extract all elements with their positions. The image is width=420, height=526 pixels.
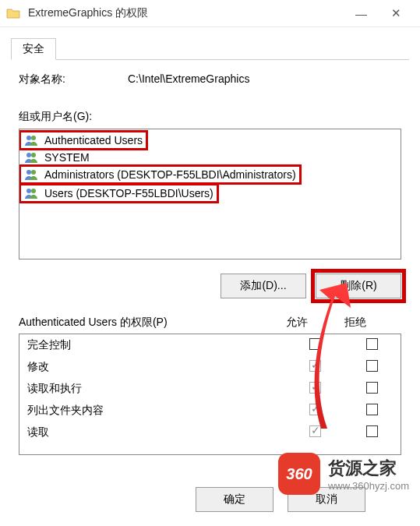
permission-label: 修改 <box>27 360 284 374</box>
svg-point-6 <box>26 189 31 193</box>
permission-row: 列出文件夹内容 <box>19 400 401 422</box>
tab-security[interactable]: 安全 <box>11 38 56 60</box>
ok-button[interactable]: 确定 <box>196 487 274 512</box>
deny-checkbox[interactable] <box>366 404 378 415</box>
svg-point-7 <box>31 189 36 193</box>
deny-checkbox[interactable] <box>366 360 378 372</box>
svg-point-4 <box>26 170 31 175</box>
permission-label: 列出文件夹内容 <box>27 404 284 418</box>
allow-checkbox[interactable] <box>309 382 321 394</box>
dialog-content: 安全 对象名称: C:\Intel\ExtremeGraphics 组或用户名(… <box>0 27 420 455</box>
watermark-title: 货源之家 <box>328 457 409 480</box>
list-item-label: SYSTEM <box>44 151 90 164</box>
group-users-label: 组或用户名(G): <box>19 110 401 124</box>
add-remove-row: 添加(D)... 删除(R) <box>19 274 401 298</box>
users-icon <box>24 187 40 199</box>
users-listbox[interactable]: Authenticated Users SYSTEM Administrator… <box>19 129 401 259</box>
permissions-header: Authenticated Users 的权限(P) 允许 拒绝 <box>19 316 401 330</box>
users-icon <box>24 151 40 164</box>
permission-row: 完全控制 <box>19 334 401 356</box>
permission-row: 读取 <box>19 422 401 443</box>
permission-row: 修改 <box>19 356 401 378</box>
list-item[interactable]: SYSTEM <box>21 150 399 165</box>
deny-checkbox[interactable] <box>366 382 378 394</box>
permission-label: 完全控制 <box>27 338 284 352</box>
permissions-listbox[interactable]: 完全控制 修改 读取和执行 列出文件夹内容 读取 <box>19 334 401 455</box>
allow-column-header: 允许 <box>266 316 328 330</box>
allow-checkbox[interactable] <box>309 404 321 415</box>
allow-checkbox[interactable] <box>309 338 321 350</box>
allow-checkbox[interactable] <box>309 360 321 372</box>
folder-icon <box>6 8 20 19</box>
svg-point-1 <box>31 136 36 140</box>
remove-button[interactable]: 删除(R) <box>316 274 401 298</box>
title-bar: ExtremeGraphics 的权限 — ✕ <box>0 0 420 27</box>
permission-label: 读取和执行 <box>27 382 284 396</box>
svg-point-0 <box>26 136 31 140</box>
deny-checkbox[interactable] <box>366 338 378 350</box>
deny-checkbox[interactable] <box>366 425 378 437</box>
svg-point-3 <box>31 153 36 157</box>
permission-row: 读取和执行 <box>19 378 401 400</box>
object-name-row: 对象名称: C:\Intel\ExtremeGraphics <box>19 72 401 86</box>
list-item-label: Authenticated Users <box>44 134 143 147</box>
watermark: 360 货源之家 www.360hyzj.com <box>278 453 409 495</box>
watermark-url: www.360hyzj.com <box>328 480 409 492</box>
allow-checkbox[interactable] <box>309 425 321 437</box>
list-item[interactable]: Users (DESKTOP-F55LBDI\Users) <box>21 185 217 201</box>
permission-label: 读取 <box>27 425 284 440</box>
list-item[interactable]: Administrators (DESKTOP-F55LBDI\Administ… <box>21 167 299 182</box>
list-item-label: Administrators (DESKTOP-F55LBDI\Administ… <box>44 168 296 181</box>
object-name-label: 对象名称: <box>19 72 128 86</box>
svg-point-5 <box>31 170 36 175</box>
svg-point-2 <box>26 153 31 157</box>
object-name-value: C:\Intel\ExtremeGraphics <box>128 72 249 86</box>
window-title: ExtremeGraphics 的权限 <box>28 6 344 20</box>
close-button[interactable]: ✕ <box>379 2 414 25</box>
add-button[interactable]: 添加(D)... <box>221 274 306 298</box>
deny-column-header: 拒绝 <box>328 316 383 330</box>
users-icon <box>24 168 40 181</box>
permissions-title: Authenticated Users 的权限(P) <box>19 316 266 330</box>
users-icon <box>24 134 40 147</box>
tab-strip: 安全 <box>11 38 409 60</box>
list-item[interactable]: Authenticated Users <box>21 132 146 148</box>
list-item-label: Users (DESKTOP-F55LBDI\Users) <box>44 187 214 199</box>
watermark-badge: 360 <box>278 453 320 495</box>
minimize-button[interactable]: — <box>344 2 379 25</box>
